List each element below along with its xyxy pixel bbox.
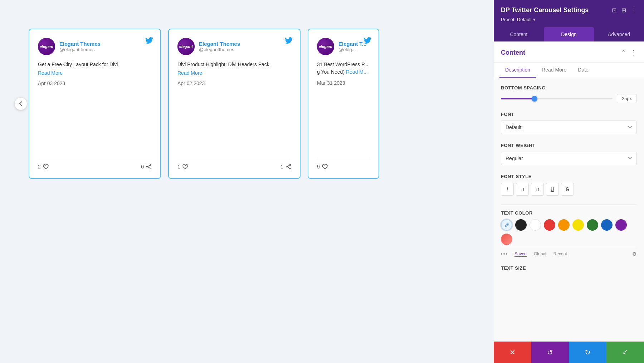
- read-more-link[interactable]: Read More: [38, 70, 63, 76]
- svg-point-5: [290, 165, 291, 166]
- card-body: Divi Product Highlight: Divi Headers Pac…: [177, 61, 291, 143]
- text-size-label: Text Size: [501, 265, 637, 271]
- slider-row: 25px: [501, 94, 637, 103]
- section-title: Content: [501, 49, 525, 57]
- font-style-row: I TT Tt U S: [501, 183, 637, 196]
- card-header: elegant Elegant Themes @elegantthemes: [177, 38, 291, 55]
- action-bar: ✕ ↺ ↻ ✓: [494, 342, 644, 363]
- tab-content[interactable]: Content: [494, 27, 544, 41]
- card-footer: 9: [317, 158, 370, 170]
- svg-line-9: [287, 167, 290, 168]
- sub-tab-description[interactable]: Description: [499, 63, 536, 78]
- more-dots[interactable]: [501, 253, 507, 255]
- orange-swatch[interactable]: [558, 219, 570, 231]
- settings-panel: DP Twitter Carousel Settings ⊡ ⊞ ⋮ Prese…: [494, 0, 644, 363]
- card-handle: @elegantthemes: [59, 47, 101, 52]
- preset-row: Preset: Default ▾: [501, 17, 637, 22]
- prev-button[interactable]: [14, 97, 27, 110]
- sub-tabs: Description Read More Date: [494, 63, 644, 78]
- font-field: Font Default: [501, 112, 637, 134]
- card-user-info: Elegant Themes @elegantthemes: [199, 41, 240, 52]
- panel-tabs: Content Design Advanced: [494, 27, 644, 41]
- italic-button[interactable]: I: [501, 183, 514, 196]
- carousel-container: elegant Elegant Themes @elegantthemes Ge…: [14, 29, 379, 179]
- green-swatch[interactable]: [587, 219, 598, 231]
- panel-title: DP Twitter Carousel Settings: [501, 6, 589, 14]
- tweet-card: elegant Elegant Themes @elegantthemes Di…: [168, 29, 301, 179]
- slider-value[interactable]: 25px: [617, 94, 637, 103]
- svg-line-3: [148, 165, 150, 167]
- font-weight-select[interactable]: Regular: [501, 152, 637, 165]
- eyedropper-swatch[interactable]: [501, 219, 512, 231]
- svg-point-1: [150, 168, 151, 169]
- strikethrough-button[interactable]: S: [561, 183, 574, 196]
- section-header-icons: ⌃ ⋮: [621, 49, 637, 57]
- underline-button[interactable]: U: [546, 183, 559, 196]
- font-select[interactable]: Default: [501, 121, 637, 134]
- red-swatch[interactable]: [544, 219, 555, 231]
- card-header: elegant Elegant Themes @elegantthemes: [38, 38, 152, 55]
- cancel-button[interactable]: ✕: [494, 342, 531, 363]
- section-header: Content ⌃ ⋮: [494, 41, 644, 63]
- more-options-icon[interactable]: ⋮: [631, 7, 637, 14]
- slider-track[interactable]: [501, 98, 613, 99]
- card-username: Elegant Themes: [59, 41, 101, 47]
- black-swatch[interactable]: [515, 219, 527, 231]
- svg-point-2: [147, 166, 148, 167]
- layout-icon[interactable]: ⊞: [621, 7, 626, 14]
- card-handle: @eleg...: [338, 47, 366, 52]
- like-count: 2: [38, 164, 49, 170]
- gradient-red-swatch[interactable]: [501, 234, 512, 245]
- saved-tab[interactable]: Saved: [514, 251, 527, 257]
- card-user-info: Elegant Themes @elegantthemes: [59, 41, 101, 52]
- panel-header: DP Twitter Carousel Settings ⊡ ⊞ ⋮ Prese…: [494, 0, 644, 27]
- uppercase-button[interactable]: TT: [516, 183, 529, 196]
- tab-design[interactable]: Design: [544, 27, 594, 41]
- svg-line-10: [507, 224, 508, 225]
- slider-thumb[interactable]: [532, 96, 537, 102]
- text-color-field: Text Color: [501, 210, 637, 257]
- read-more-link-partial[interactable]: Read M...: [346, 69, 368, 75]
- global-tab[interactable]: Global: [534, 251, 546, 256]
- card-footer: 1 1: [177, 158, 291, 170]
- collapse-icon[interactable]: ⌃: [621, 49, 626, 57]
- preset-label: Preset: Default: [501, 17, 532, 22]
- bottom-spacing-field: Bottom Spacing 25px: [501, 85, 637, 103]
- like-count: 1: [177, 164, 188, 170]
- redo-button[interactable]: ↻: [569, 342, 606, 363]
- svg-line-8: [287, 165, 290, 167]
- color-tabs-row: Saved Global Recent ⚙: [501, 248, 637, 257]
- recent-tab[interactable]: Recent: [553, 251, 567, 256]
- options-icon[interactable]: ⋮: [630, 49, 637, 57]
- tweet-card-partial: elegant Elegant T... @eleg... 31 Best Wo…: [308, 29, 379, 179]
- twitter-icon: [364, 36, 371, 46]
- avatar: elegant: [38, 38, 55, 55]
- tab-advanced[interactable]: Advanced: [594, 27, 644, 41]
- twitter-icon: [145, 36, 153, 46]
- sub-tab-read-more[interactable]: Read More: [536, 63, 572, 78]
- sub-tab-date[interactable]: Date: [572, 63, 594, 78]
- font-style-label: Font Style: [501, 174, 637, 179]
- text-color-label: Text Color: [501, 210, 637, 216]
- share-count: 0: [141, 164, 152, 170]
- blue-swatch[interactable]: [601, 219, 613, 231]
- card-handle: @elegantthemes: [199, 47, 240, 52]
- color-settings-icon[interactable]: ⚙: [632, 251, 637, 257]
- card-body: Get a Free City Layout Pack for Divi Rea…: [38, 61, 152, 143]
- undo-button[interactable]: ↺: [531, 342, 569, 363]
- purple-swatch[interactable]: [615, 219, 627, 231]
- card-username: Elegant T...: [338, 41, 366, 47]
- capitalize-button[interactable]: Tt: [531, 183, 544, 196]
- panel-title-row: DP Twitter Carousel Settings ⊡ ⊞ ⋮: [501, 6, 637, 14]
- text-size-field: Text Size: [501, 265, 637, 271]
- tweet-date: Apr 02 2023: [177, 80, 291, 86]
- confirm-button[interactable]: ✓: [606, 342, 644, 363]
- card-username: Elegant Themes: [199, 41, 240, 47]
- svg-point-6: [290, 168, 291, 169]
- yellow-swatch[interactable]: [572, 219, 584, 231]
- like-count: 9: [317, 164, 328, 170]
- white-swatch[interactable]: [530, 219, 541, 231]
- svg-point-0: [150, 165, 151, 166]
- fullscreen-icon[interactable]: ⊡: [612, 7, 616, 14]
- read-more-link[interactable]: Read More: [177, 70, 202, 76]
